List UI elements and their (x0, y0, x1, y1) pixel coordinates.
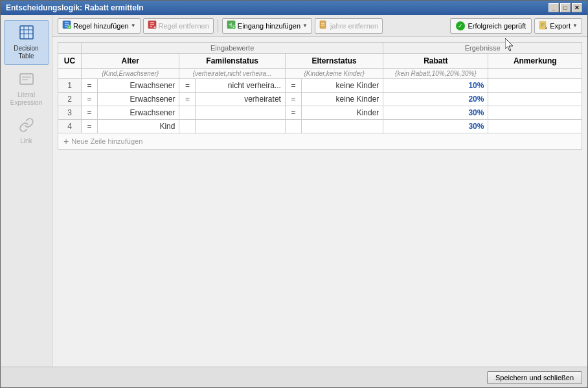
regel-entfernen-icon (148, 20, 157, 31)
main-content: Decision Table Literal Expression (1, 15, 587, 367)
row1-alter-op[interactable]: = (82, 79, 98, 93)
jahre-entfernen-icon (319, 20, 328, 31)
svg-rect-26 (320, 21, 326, 29)
svg-rect-0 (20, 26, 33, 39)
table-row: 3 = Erwachsener (58, 106, 582, 120)
export-arrow: ▼ (572, 23, 578, 29)
row2-alter-val[interactable]: Erwachsener (98, 93, 179, 106)
regel-hinzufuegen-button[interactable]: Regel hinzufügen ▼ (58, 18, 141, 34)
column-header-row: UC Alter Familenstatus Elternstatus (58, 54, 582, 69)
row2-rabatt[interactable]: 20% (383, 93, 488, 106)
status-bar: Speichern und schließen (1, 367, 587, 387)
row1-elternstatus-op[interactable]: = (285, 79, 301, 93)
row2-elternstatus-op[interactable]: = (285, 93, 301, 106)
row4-rabatt[interactable]: 30% (383, 120, 488, 133)
row4-alter-val[interactable]: Kind (98, 120, 179, 133)
row-num-4[interactable]: 4 (58, 120, 82, 133)
link-icon (19, 117, 34, 136)
eingang-hinzufuegen-label: Eingang hinzufügen (238, 22, 300, 30)
decision-table-icon (19, 25, 34, 43)
sidebar: Decision Table Literal Expression (1, 15, 52, 367)
plus-icon: + (63, 136, 69, 146)
content-area: Regel hinzufügen ▼ Regel entfernen (52, 15, 587, 367)
row4-familenstatus-val[interactable] (196, 120, 285, 133)
row3-anmerkung[interactable] (488, 106, 582, 120)
minimize-button[interactable]: _ (548, 3, 559, 12)
row2-elternstatus-val[interactable]: keine Kinder (301, 93, 383, 106)
regel-hinzufuegen-icon (62, 20, 71, 31)
window-controls: _ □ ✕ (548, 3, 582, 12)
row4-familenstatus-op[interactable] (179, 120, 196, 133)
toolbar-sep-1 (218, 19, 218, 32)
erfolgreich-geprueft-button[interactable]: ✓ Erfolgreich geprüft (450, 18, 532, 34)
hint-uc (58, 69, 82, 79)
row1-familenstatus-op[interactable]: = (179, 79, 196, 93)
save-close-label: Speichern und schließen (495, 374, 574, 382)
regel-entfernen-button[interactable]: Regel entfernen (143, 18, 214, 34)
row1-familenstatus-val[interactable]: nicht verheira... (196, 79, 285, 93)
sidebar-literal-expression-label: Literal Expression (6, 91, 47, 107)
table-row: 1 = Erwachsener = (58, 79, 582, 93)
main-window: Entscheidungslogik: Rabatt ermitteln _ □… (0, 0, 588, 388)
export-label: Export (550, 22, 571, 30)
row1-alter-val[interactable]: Erwachsener (98, 79, 179, 93)
sidebar-item-decision-table[interactable]: Decision Table (4, 20, 49, 65)
section-header-row: Eingabewerte Ergebnisse (58, 43, 582, 54)
maximize-button[interactable]: □ (560, 3, 571, 12)
row4-elternstatus-val[interactable] (301, 120, 383, 133)
row2-familenstatus-op[interactable]: = (179, 93, 196, 106)
row3-elternstatus-op[interactable]: = (285, 106, 301, 120)
row-num-2[interactable]: 2 (58, 93, 82, 106)
row-num-3[interactable]: 3 (58, 106, 82, 120)
row1-elternstatus-val[interactable]: keine Kinder (301, 79, 383, 93)
row3-alter-op[interactable]: = (82, 106, 98, 120)
success-icon: ✓ (456, 21, 465, 30)
export-icon (539, 21, 548, 31)
table-container: Eingabewerte Ergebnisse UC (52, 37, 587, 367)
col-header-anmerkung: Anmerkung (488, 54, 582, 69)
svg-rect-29 (539, 21, 546, 29)
eingang-hinzufuegen-arrow: ▼ (302, 23, 308, 29)
col-header-alter: Alter (82, 54, 179, 69)
eingang-hinzufuegen-button[interactable]: Eingang hinzufügen ▼ (222, 18, 312, 34)
row3-elternstatus-val[interactable]: Kinder (301, 106, 383, 120)
eingabewerte-header: Eingabewerte (82, 43, 383, 54)
row4-anmerkung[interactable] (488, 120, 582, 133)
table-row: 4 = Kind (58, 120, 582, 133)
row3-alter-val[interactable]: Erwachsener (98, 106, 179, 120)
eingang-hinzufuegen-icon (227, 20, 236, 31)
row3-familenstatus-val[interactable] (196, 106, 285, 120)
row1-anmerkung[interactable] (488, 79, 582, 93)
add-row-cell[interactable]: + Neue Zeile hinzufügen (58, 133, 582, 150)
row2-anmerkung[interactable] (488, 93, 582, 106)
erfolgreich-geprueft-label: Erfolgreich geprüft (468, 22, 526, 30)
save-close-button[interactable]: Speichern und schließen (487, 371, 582, 384)
ergebnisse-header: Ergebnisse (383, 43, 582, 54)
col-header-uc: UC (58, 54, 82, 69)
sidebar-item-link[interactable]: Link (4, 113, 49, 149)
row4-elternstatus-op[interactable] (285, 120, 301, 133)
add-row-content[interactable]: + Neue Zeile hinzufügen (63, 136, 576, 146)
table-row: 2 = Erwachsener = (58, 93, 582, 106)
add-row-label: Neue Zeile hinzufügen (71, 137, 142, 145)
export-button[interactable]: Export ▼ (534, 18, 582, 34)
row1-rabatt[interactable]: 10% (383, 79, 488, 93)
row2-familenstatus-val[interactable]: verheiratet (196, 93, 285, 106)
literal-expression-icon (19, 71, 34, 90)
sidebar-item-literal-expression[interactable]: Literal Expression (4, 67, 49, 111)
regel-hinzufuegen-arrow: ▼ (131, 23, 136, 29)
row2-alter-op[interactable]: = (82, 93, 98, 106)
jahre-entfernen-button[interactable]: jahre entfernen (315, 18, 383, 34)
col-header-rabatt: Rabatt (383, 54, 488, 69)
row4-alter-op[interactable]: = (82, 120, 98, 133)
hint-anmerkung (488, 69, 582, 79)
row3-familenstatus-op[interactable] (179, 106, 196, 120)
toolbar: Regel hinzufügen ▼ Regel entfernen (52, 15, 587, 37)
row3-rabatt[interactable]: 30% (383, 106, 488, 120)
hint-rabatt: {kein Rabatt,10%,20%,30%} (383, 69, 488, 79)
regel-entfernen-label: Regel entfernen (159, 22, 209, 30)
col-header-familenstatus: Familenstatus (179, 54, 285, 69)
svg-rect-5 (20, 74, 33, 84)
row-num-1[interactable]: 1 (58, 79, 82, 93)
close-button[interactable]: ✕ (572, 3, 582, 12)
